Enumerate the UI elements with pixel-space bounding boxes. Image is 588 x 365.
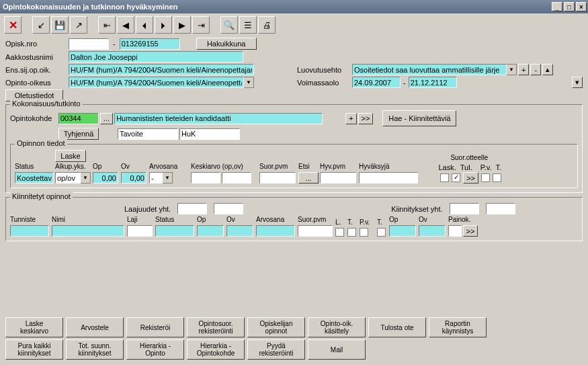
tunniste-input[interactable] xyxy=(10,225,49,237)
etsi-button[interactable]: ... xyxy=(298,172,319,184)
opisk-nro-prefix[interactable] xyxy=(69,38,109,50)
toolbar-btn-3[interactable]: ↗ xyxy=(70,16,87,34)
opintokohde-browse-button[interactable]: ... xyxy=(100,113,113,124)
lask-checkbox[interactable] xyxy=(440,173,449,182)
save-icon[interactable]: 💾 xyxy=(51,16,69,34)
l-checkbox[interactable] xyxy=(335,228,344,237)
label-status2: Status xyxy=(155,216,196,225)
footer-btn-r1-5[interactable]: Opinto-oik. käsittely xyxy=(308,317,366,337)
nav-first-icon[interactable]: ⇤ xyxy=(98,16,116,34)
laske-button[interactable]: Laske xyxy=(55,150,86,162)
minimize-button[interactable]: _ xyxy=(552,2,562,11)
status-input[interactable] xyxy=(15,172,54,184)
dropdown-icon[interactable]: ▼ xyxy=(163,172,173,184)
luovutusehto-select[interactable] xyxy=(352,64,507,75)
huk-input[interactable] xyxy=(179,128,240,140)
nav-fwd-icon[interactable]: ⏵ xyxy=(155,16,172,34)
arvosana2-input[interactable] xyxy=(256,225,295,237)
footer-btn-r2-4[interactable]: Pyydä rekisteröinti xyxy=(247,339,305,360)
footer-btn-r2-1[interactable]: Tot. suunn. kiinnitykset xyxy=(66,339,124,360)
dropdown-icon[interactable]: ▼ xyxy=(81,172,91,184)
opinto-oikeus-select[interactable] xyxy=(69,77,244,88)
tul-checkbox[interactable] xyxy=(452,173,460,182)
painok-input[interactable] xyxy=(448,225,462,237)
nimi-input[interactable] xyxy=(52,225,124,237)
footer-btn-r2-0[interactable]: Pura kaikki kiinnitykset xyxy=(5,339,63,360)
nav-next-icon[interactable]: ▶ xyxy=(173,16,191,34)
status2-input[interactable] xyxy=(155,225,194,237)
legend-kiinnitetyt: Kiinnitetyt opinnot xyxy=(10,192,73,200)
keskiarvo-op-input[interactable] xyxy=(191,172,220,184)
print-icon[interactable]: 🖨 xyxy=(258,16,276,34)
luov-plus-button[interactable]: + xyxy=(518,64,529,75)
voim-from-input[interactable] xyxy=(352,77,401,88)
toolbar-btn-1[interactable]: ↙ xyxy=(32,16,50,34)
footer-btn-r1-1[interactable]: Arvostele xyxy=(66,317,124,337)
label-opinto-oikeus: Opinto-oikeus xyxy=(5,79,67,87)
opintokohde-name-input[interactable] xyxy=(114,113,323,124)
voim-to-input[interactable] xyxy=(409,77,457,88)
t2-checkbox[interactable] xyxy=(347,228,356,237)
luov-minus-button[interactable]: - xyxy=(530,64,541,75)
luov-up-button[interactable]: ▴ xyxy=(542,64,553,75)
footer-btn-r1-2[interactable]: Rekisteröi xyxy=(126,317,184,337)
hyvaksyja-input[interactable] xyxy=(359,172,418,184)
nav-last-icon[interactable]: ⇥ xyxy=(192,16,210,34)
pv-checkbox[interactable] xyxy=(481,173,490,182)
opisk-nro-input[interactable] xyxy=(120,38,180,50)
pv2-checkbox[interactable] xyxy=(360,228,368,237)
ok-plus-button[interactable]: + xyxy=(345,113,356,124)
list-icon[interactable]: ☰ xyxy=(239,16,257,34)
suor-gt-button[interactable]: >> xyxy=(463,172,478,184)
laajuudet-b-input[interactable] xyxy=(214,203,243,214)
nav-prev-icon[interactable]: ◀ xyxy=(117,16,134,34)
arvosana-select[interactable] xyxy=(149,172,163,184)
opintokohde-code-input[interactable] xyxy=(58,113,99,124)
label-nimi: Nimi xyxy=(52,216,126,225)
op3-input[interactable] xyxy=(389,225,416,237)
alkup-select[interactable] xyxy=(55,172,81,184)
ens-sij-input[interactable] xyxy=(69,64,254,75)
laajuudet-a-input[interactable] xyxy=(177,203,207,214)
close-button[interactable]: × xyxy=(576,2,587,11)
footer-btn-r1-4[interactable]: Opiskelijan opinnot xyxy=(247,317,305,337)
kiinn-b-input[interactable] xyxy=(486,203,515,214)
aakkostusnimi-input[interactable] xyxy=(69,51,243,63)
suor-pvm-input[interactable] xyxy=(259,172,296,184)
op-input[interactable] xyxy=(93,172,118,184)
painok-gt-button[interactable]: >> xyxy=(463,225,478,237)
footer-btn-r2-5[interactable]: Mail xyxy=(308,339,366,360)
laji-input[interactable] xyxy=(127,225,153,237)
ok-gt-button[interactable]: >> xyxy=(358,113,374,124)
footer-btn-r1-0[interactable]: Laske keskiarvo xyxy=(5,317,63,337)
footer-btn-r1-6[interactable]: Tulosta ote xyxy=(368,317,426,337)
kiinn-a-input[interactable] xyxy=(450,203,479,214)
footer-btn-r1-7[interactable]: Raportin käynnistys xyxy=(429,317,487,337)
ov3-input[interactable] xyxy=(419,225,446,237)
tavoite-input[interactable] xyxy=(118,128,178,140)
dropdown-icon[interactable]: ▼ xyxy=(507,64,517,75)
hyv-pvm-input[interactable] xyxy=(320,172,356,184)
t-checkbox[interactable] xyxy=(493,173,501,182)
tyhjenna-button[interactable]: Tyhjennä xyxy=(58,128,99,140)
keskiarvo-ov-input[interactable] xyxy=(222,172,251,184)
footer-btn-r2-3[interactable]: Hierarkia - Opintokohde xyxy=(187,339,245,360)
footer-btn-r1-3[interactable]: Opintosuor. rekisteröinti xyxy=(187,317,245,337)
nav-back-icon[interactable]: ⏴ xyxy=(136,16,153,34)
t3-checkbox[interactable] xyxy=(377,228,386,237)
op2-input[interactable] xyxy=(197,225,224,237)
search-icon[interactable]: 🔍 xyxy=(220,16,238,34)
ov2-input[interactable] xyxy=(226,225,253,237)
maximize-button[interactable]: □ xyxy=(564,2,575,11)
label-t2: T. xyxy=(347,218,358,227)
label-laajuudet-yht: Laajuudet yht. xyxy=(124,205,171,213)
suor-pvm2-input[interactable] xyxy=(298,225,333,237)
cancel-icon[interactable]: ✕ xyxy=(4,16,22,34)
ov-input[interactable] xyxy=(121,172,146,184)
dropdown-icon[interactable]: ▼ xyxy=(244,77,254,88)
label-suor-otteelle: Suor.otteelle xyxy=(450,154,501,163)
hae-kiinnitettavia-button[interactable]: Hae - Kiinnitettäviä xyxy=(382,110,456,126)
luov-down-button[interactable]: ▾ xyxy=(572,77,583,88)
footer-btn-r2-2[interactable]: Hierarkia - Opinto xyxy=(126,339,184,360)
hakuikkuna-button[interactable]: Hakuikkuna xyxy=(196,38,257,50)
